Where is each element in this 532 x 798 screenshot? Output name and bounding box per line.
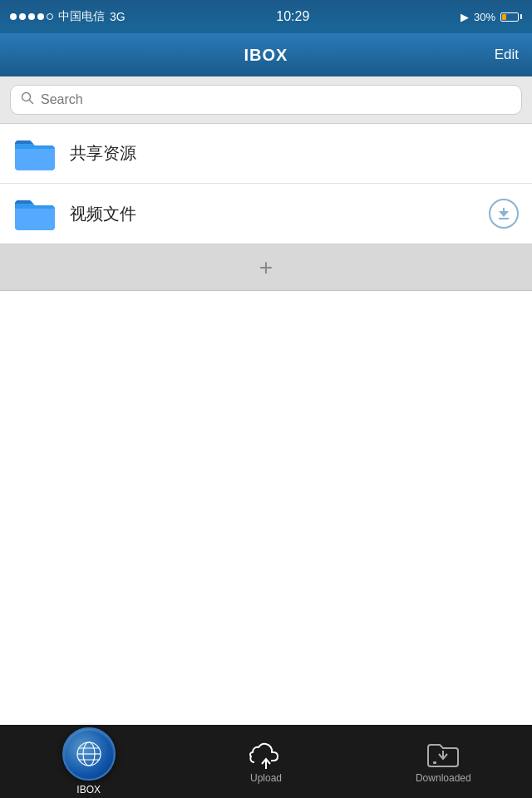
tab-bar: IBOX Upload Downloaded xyxy=(0,725,532,798)
list-item[interactable]: 视频文件 xyxy=(0,184,532,244)
svg-line-1 xyxy=(30,101,33,104)
tab-downloaded[interactable]: Downloaded xyxy=(355,725,532,798)
battery-tip xyxy=(520,14,522,19)
location-icon: ▶ xyxy=(461,11,469,23)
search-icon xyxy=(21,91,34,108)
search-container xyxy=(0,76,532,124)
network-label: 3G xyxy=(110,10,126,23)
status-bar: 中国电信 3G 10:29 ▶ 30% xyxy=(0,0,532,33)
battery-pct: 30% xyxy=(474,11,495,23)
tab-upload-label: Upload xyxy=(250,772,282,784)
edit-button[interactable]: Edit xyxy=(495,47,519,63)
svg-rect-12 xyxy=(433,761,436,764)
dot1 xyxy=(10,13,17,20)
folder-download-icon xyxy=(425,739,461,769)
add-row[interactable]: + xyxy=(0,244,532,291)
signal-dots xyxy=(10,13,53,20)
globe-icon xyxy=(62,727,116,781)
dot5 xyxy=(47,13,53,20)
search-bar xyxy=(10,85,522,115)
tab-ibox[interactable]: IBOX xyxy=(0,725,177,798)
tab-upload[interactable]: Upload xyxy=(177,725,354,798)
item-label-1: 共享资源 xyxy=(70,142,519,165)
dot3 xyxy=(28,13,35,20)
file-list: 共享资源 视频文件 xyxy=(0,124,532,244)
download-badge[interactable] xyxy=(489,199,519,229)
dot4 xyxy=(37,13,44,20)
battery-fill xyxy=(502,14,506,20)
status-time: 10:29 xyxy=(276,9,309,24)
dot2 xyxy=(19,13,26,20)
add-icon: + xyxy=(259,256,273,279)
nav-title: IBOX xyxy=(244,46,288,65)
battery-body xyxy=(500,12,519,22)
battery-indicator xyxy=(500,12,522,22)
status-right: ▶ 30% xyxy=(461,11,522,23)
nav-bar: IBOX Edit xyxy=(0,33,532,76)
content-area xyxy=(0,291,532,640)
tab-ibox-label: IBOX xyxy=(76,784,101,796)
status-left: 中国电信 3G xyxy=(10,9,126,24)
item-label-2: 视频文件 xyxy=(70,203,489,225)
list-item[interactable]: 共享资源 xyxy=(0,124,532,184)
search-input[interactable] xyxy=(41,92,511,107)
svg-marker-2 xyxy=(499,211,509,217)
carrier-label: 中国电信 xyxy=(58,9,105,24)
cloud-upload-icon xyxy=(248,739,284,769)
folder-icon xyxy=(13,135,57,172)
folder-icon xyxy=(13,195,57,232)
tab-downloaded-label: Downloaded xyxy=(416,772,471,784)
